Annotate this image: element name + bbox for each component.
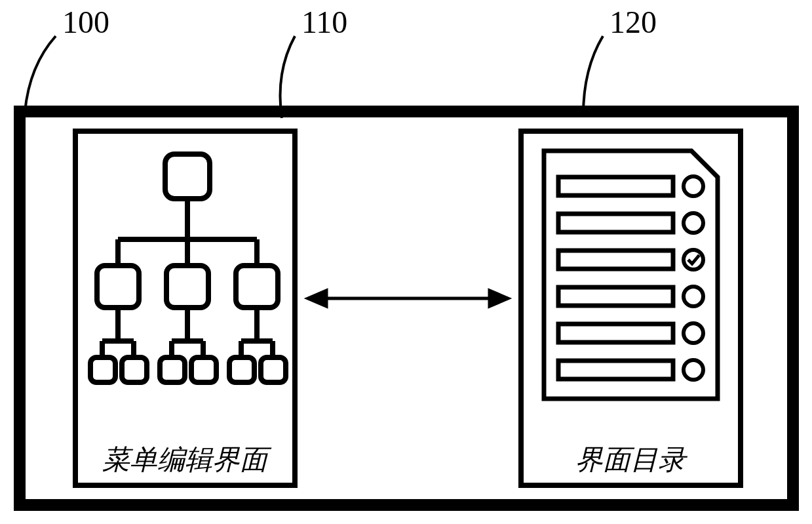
svg-rect-9	[236, 266, 278, 308]
list-item	[558, 361, 673, 379]
svg-rect-25	[191, 357, 216, 382]
radio-icon	[684, 287, 703, 306]
tree-icon	[90, 154, 286, 382]
checkmark-icon	[688, 255, 699, 264]
svg-rect-27	[261, 357, 286, 382]
radio-icon	[684, 176, 703, 196]
left-panel-label: 菜单编辑界面	[102, 445, 272, 475]
callout-label-100: 100	[62, 5, 109, 39]
svg-rect-7	[97, 266, 139, 308]
list-item	[558, 214, 673, 232]
list-item	[558, 177, 673, 195]
svg-rect-8	[166, 266, 208, 308]
radio-icon	[684, 213, 703, 233]
left-panel: 菜单编辑界面	[75, 131, 295, 485]
radio-icon	[684, 360, 703, 380]
svg-rect-26	[229, 357, 254, 382]
list-item	[558, 251, 673, 269]
callout-label-110: 110	[301, 5, 347, 39]
list-item	[558, 324, 673, 342]
svg-marker-31	[490, 291, 508, 306]
radio-icon	[684, 323, 703, 343]
directory-icon	[544, 151, 718, 399]
svg-rect-22	[90, 357, 115, 382]
list-item	[558, 287, 673, 306]
svg-marker-30	[308, 291, 326, 306]
callout-label-120: 120	[609, 5, 657, 39]
double-arrow-icon	[308, 291, 508, 306]
svg-rect-24	[160, 357, 185, 382]
svg-rect-1	[165, 154, 210, 199]
right-panel: 界面目录	[521, 131, 741, 485]
right-panel-label: 界面目录	[575, 445, 688, 475]
svg-rect-23	[122, 357, 147, 382]
svg-rect-28	[521, 131, 741, 485]
